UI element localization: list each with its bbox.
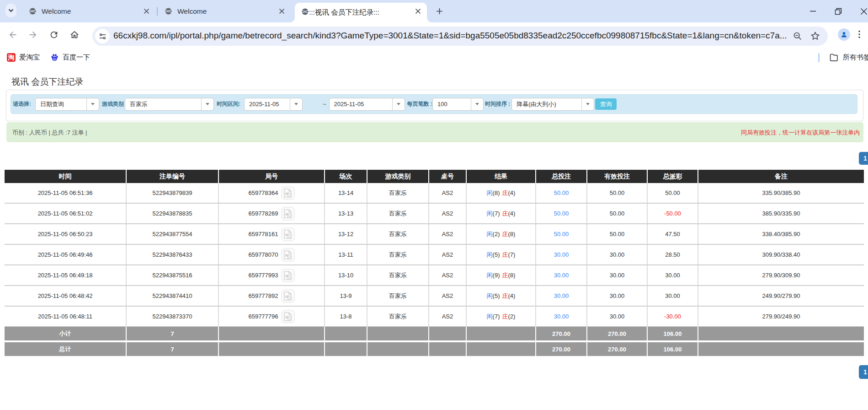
svg-text:du: du — [53, 57, 57, 60]
